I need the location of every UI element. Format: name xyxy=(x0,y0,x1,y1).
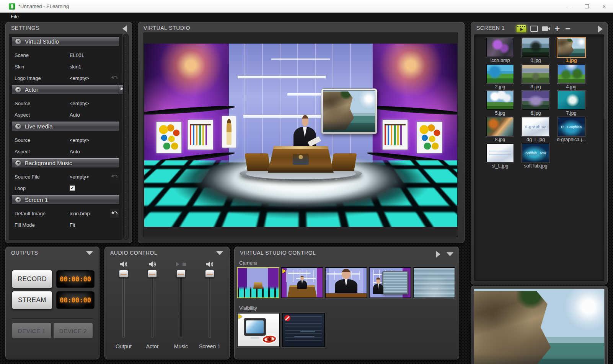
slider-handle[interactable] xyxy=(176,270,186,278)
camera-preset-2[interactable] xyxy=(281,267,323,298)
media-thumbnail[interactable]: d-graphica xyxy=(522,117,549,136)
setting-row-skin[interactable]: Skin skin1 xyxy=(11,61,120,72)
media-item[interactable]: sl_L.jpg xyxy=(486,143,515,169)
camera-preset-1-selected[interactable] xyxy=(237,267,279,298)
media-thumbnail[interactable] xyxy=(486,143,514,162)
section-toggle-icon[interactable] xyxy=(15,123,21,130)
video-camera-icon[interactable] xyxy=(542,26,548,31)
section-header-screen1[interactable]: Screen 1 xyxy=(11,195,120,205)
volume-slider[interactable] xyxy=(176,270,186,338)
slider-handle[interactable] xyxy=(148,270,157,278)
setting-value[interactable]: Auto xyxy=(70,112,80,118)
media-item[interactable]: 6.jpg xyxy=(521,91,550,116)
media-item[interactable]: 7.jpg xyxy=(557,91,586,116)
slider-handle[interactable] xyxy=(119,270,128,278)
speaker-icon[interactable] xyxy=(148,261,157,268)
media-thumbnail[interactable] xyxy=(522,38,549,57)
setting-row-actor-source[interactable]: Source <empty> xyxy=(11,98,120,109)
media-item-selected[interactable]: 1.jpg xyxy=(557,38,586,63)
setting-value[interactable]: Auto xyxy=(70,149,80,154)
settings-scrollbar[interactable] xyxy=(123,34,129,240)
collapse-settings-icon[interactable] xyxy=(122,25,127,32)
menu-file[interactable]: File xyxy=(11,14,19,20)
slider-handle[interactable] xyxy=(205,270,214,278)
setting-row-scene[interactable]: Scene EL001 xyxy=(11,49,120,61)
chevron-down-icon[interactable] xyxy=(86,251,93,255)
media-item[interactable]: Softlab - Nsksoft-lab.jpg xyxy=(521,143,550,169)
setting-row-fill-mode[interactable]: Fill Mode Fit xyxy=(11,219,120,231)
section-toggle-icon[interactable] xyxy=(15,38,21,45)
media-thumbnail[interactable] xyxy=(486,38,514,57)
play-transition-icon[interactable] xyxy=(436,251,440,258)
media-playlist-icon[interactable] xyxy=(516,25,527,32)
media-item[interactable]: icon.bmp xyxy=(486,38,515,63)
media-thumbnail[interactable] xyxy=(522,64,549,83)
camera-preset-4[interactable] xyxy=(369,267,411,298)
media-thumbnail[interactable] xyxy=(522,91,549,110)
media-item[interactable]: 4.jpg xyxy=(557,64,586,89)
volume-slider[interactable] xyxy=(205,270,214,338)
media-thumbnail[interactable] xyxy=(486,64,514,83)
media-thumbnail[interactable] xyxy=(486,117,514,136)
setting-row-actor-aspect[interactable]: Aspect Auto xyxy=(11,109,120,120)
stream-button[interactable]: STREAM xyxy=(12,291,52,309)
setting-row-default-image[interactable]: Default Image icon.bmp xyxy=(11,208,120,219)
setting-value[interactable]: <empty> xyxy=(70,174,89,180)
maximize-button[interactable] xyxy=(578,0,595,13)
close-button[interactable]: × xyxy=(595,0,613,13)
volume-slider[interactable] xyxy=(148,270,157,338)
setting-value[interactable]: Fit xyxy=(70,222,75,228)
section-toggle-icon[interactable] xyxy=(15,197,21,203)
studio-preview[interactable] xyxy=(143,32,458,237)
media-thumbnail[interactable] xyxy=(558,38,585,57)
section-header-virtual-studio[interactable]: Virtual Studio xyxy=(11,36,120,46)
minimize-button[interactable]: – xyxy=(560,0,578,13)
setting-value[interactable]: EL001 xyxy=(70,52,84,58)
chevron-down-icon[interactable] xyxy=(216,251,223,255)
media-item[interactable]: 5.jpg xyxy=(486,91,515,116)
device2-button[interactable]: DEVICE 2 xyxy=(53,323,93,339)
expand-panel-icon[interactable] xyxy=(598,26,603,32)
setting-row-loop[interactable]: Loop ✓ xyxy=(11,182,120,194)
media-thumbnail[interactable] xyxy=(486,91,514,110)
media-item[interactable]: 8.jpg xyxy=(486,117,515,142)
section-toggle-icon[interactable] xyxy=(15,160,21,166)
media-thumbnail[interactable]: Softlab - Nsk xyxy=(522,143,549,162)
camera-preset-3[interactable] xyxy=(325,267,367,298)
speaker-icon[interactable] xyxy=(119,261,128,268)
remove-media-button[interactable]: − xyxy=(565,25,571,32)
section-header-actor[interactable]: Actor xyxy=(11,84,120,94)
setting-value[interactable]: icon.bmp xyxy=(70,211,90,216)
media-item[interactable]: 2.jpg xyxy=(486,64,515,89)
add-media-button[interactable]: + xyxy=(554,25,560,32)
media-thumbnail[interactable]: D - Graphica xyxy=(558,117,585,136)
setting-value[interactable]: skin1 xyxy=(70,64,81,70)
record-button[interactable]: RECORD xyxy=(12,270,52,288)
visibility-screen-hidden[interactable] xyxy=(282,313,325,347)
visibility-screen-visible[interactable] xyxy=(237,313,280,347)
section-header-live-media[interactable]: Live Media xyxy=(11,121,120,131)
frame-icon[interactable] xyxy=(530,26,538,32)
setting-value[interactable]: <empty> xyxy=(70,101,89,106)
media-item[interactable]: 3.jpg xyxy=(521,64,550,89)
setting-row-logo-image[interactable]: Logo Image <empty> xyxy=(11,72,120,84)
volume-slider[interactable] xyxy=(119,270,128,338)
media-item[interactable]: d-graphicadg_L.jpg xyxy=(521,117,550,142)
speaker-icon[interactable] xyxy=(205,261,214,268)
scrollbar-thumb[interactable] xyxy=(124,35,128,239)
media-thumbnail[interactable] xyxy=(558,64,585,83)
setting-value[interactable]: <empty> xyxy=(70,137,89,143)
media-item[interactable]: D - Graphicad-graphica.j... xyxy=(557,117,586,142)
section-toggle-icon[interactable] xyxy=(15,86,21,93)
revert-button[interactable] xyxy=(110,208,120,218)
loop-checkbox[interactable]: ✓ xyxy=(70,185,75,191)
media-item[interactable]: 0.jpg xyxy=(521,38,550,63)
media-thumbnail[interactable] xyxy=(558,91,585,110)
setting-row-livemedia-source[interactable]: Source <empty> xyxy=(11,134,120,146)
setting-row-livemedia-aspect[interactable]: Aspect Auto xyxy=(11,146,120,157)
camera-preset-5[interactable] xyxy=(413,267,455,298)
section-header-background-music[interactable]: Background Music xyxy=(11,158,120,168)
chevron-down-icon[interactable] xyxy=(447,252,453,256)
device1-button[interactable]: DEVICE 1 xyxy=(12,323,52,339)
setting-value[interactable]: <empty> xyxy=(70,75,89,81)
